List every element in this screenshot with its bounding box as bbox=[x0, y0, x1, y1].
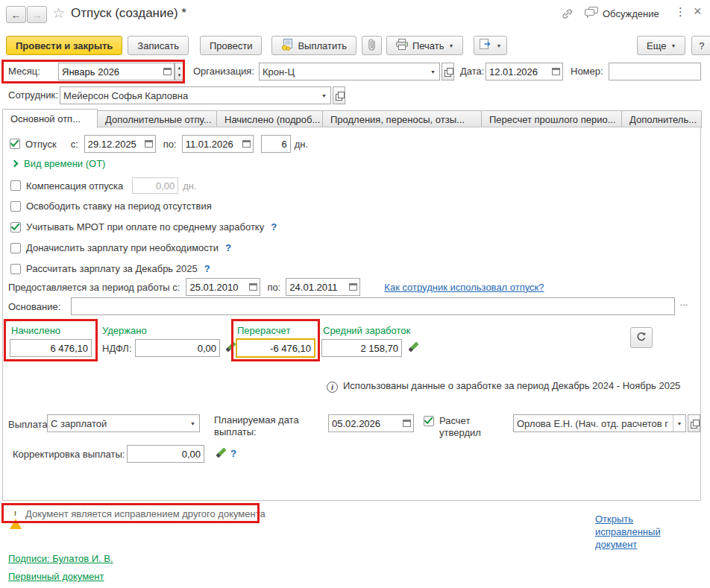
spinner-down-icon[interactable]: ▼ bbox=[178, 73, 182, 78]
vacation-to-label: по: bbox=[163, 139, 177, 150]
vacation-to-calendar-icon[interactable] bbox=[240, 136, 253, 152]
vacation-from-input[interactable] bbox=[85, 136, 142, 152]
more-button[interactable]: Еще ▼ bbox=[637, 36, 685, 55]
vacation-to-field[interactable] bbox=[182, 135, 254, 153]
signatures-link[interactable]: Подписи: Булатов И. В. bbox=[8, 553, 113, 564]
organization-field[interactable]: Крон-Ц ▼ bbox=[259, 63, 440, 80]
planned-date-calendar-icon[interactable] bbox=[400, 415, 413, 431]
work-period-from-field[interactable] bbox=[186, 278, 260, 296]
month-field[interactable] bbox=[58, 63, 175, 80]
basis-more-button[interactable]: ... bbox=[677, 297, 691, 312]
number-input[interactable] bbox=[609, 63, 700, 80]
work-period-to-calendar-icon[interactable] bbox=[347, 279, 359, 295]
accrued-input[interactable] bbox=[10, 340, 91, 356]
tab-recalc-past-period[interactable]: Пересчет прошлого перио... bbox=[481, 110, 622, 128]
basis-input[interactable] bbox=[72, 298, 674, 314]
time-kind-expander[interactable]: Вид времени (ОТ) bbox=[12, 158, 105, 169]
tab-additional[interactable]: Дополнитель... bbox=[621, 110, 702, 128]
accrued-field[interactable] bbox=[10, 339, 92, 357]
help-button[interactable]: ? bbox=[691, 36, 710, 55]
work-period-to-field[interactable] bbox=[286, 278, 360, 296]
employee-open-icon[interactable] bbox=[333, 86, 345, 104]
extra-salary-help-icon[interactable]: ? bbox=[225, 242, 231, 253]
vacation-from-calendar-icon[interactable] bbox=[142, 136, 155, 152]
month-spinner[interactable]: ▲ ▼ bbox=[175, 63, 184, 80]
approver-dropdown-icon[interactable]: ▼ bbox=[673, 415, 685, 431]
vacation-checkbox[interactable] bbox=[10, 139, 20, 149]
recalculate-button[interactable] bbox=[630, 327, 653, 348]
employee-dropdown-icon[interactable]: ▼ bbox=[318, 87, 330, 104]
tab-accrued-detail[interactable]: Начислено (подроб... bbox=[216, 110, 323, 128]
send-document-icon bbox=[480, 39, 491, 52]
basis-label: Основание: bbox=[8, 301, 60, 312]
month-calendar-icon[interactable] bbox=[161, 63, 174, 80]
mrot-help-icon[interactable]: ? bbox=[271, 221, 277, 233]
tab-additional-vacations[interactable]: Дополнительные отпу... bbox=[97, 110, 217, 128]
primary-document-link[interactable]: Первичный документ bbox=[8, 571, 104, 582]
basis-field[interactable] bbox=[71, 297, 675, 315]
mrot-label: Учитывать МРОТ при оплате по среднему за… bbox=[26, 221, 264, 233]
spinner-up-icon[interactable]: ▲ bbox=[178, 66, 182, 70]
payment-method-field[interactable]: С зарплатой ▼ bbox=[47, 414, 200, 432]
tab-extensions-transfers[interactable]: Продления, переносы, отзы... bbox=[322, 110, 482, 128]
post-label: Провести bbox=[210, 40, 253, 51]
payment-method-value: С зарплатой bbox=[48, 418, 186, 429]
back-arrow-icon: ← bbox=[11, 9, 22, 21]
month-input[interactable] bbox=[59, 63, 161, 80]
adjustment-help-icon[interactable]: ? bbox=[230, 448, 236, 459]
planned-date-field[interactable] bbox=[328, 414, 414, 432]
forward-button[interactable]: → bbox=[27, 6, 47, 23]
organization-dropdown-icon[interactable]: ▼ bbox=[427, 63, 439, 80]
employee-field[interactable]: Мейерсон Софья Карловна ▼ bbox=[60, 86, 331, 104]
work-period-from-input[interactable] bbox=[186, 279, 247, 295]
vacation-days-input[interactable] bbox=[262, 136, 290, 152]
ndfl-input[interactable] bbox=[136, 340, 219, 356]
average-earnings-input[interactable] bbox=[322, 340, 401, 356]
tab-main-vacation[interactable]: Основной отп... bbox=[2, 109, 98, 128]
post-and-close-button[interactable]: Провести и закрыть bbox=[6, 36, 122, 55]
write-button[interactable]: Записать bbox=[128, 36, 189, 55]
calc-salary-checkbox[interactable] bbox=[10, 264, 21, 274]
vacation-from-field[interactable] bbox=[84, 135, 156, 153]
vacation-usage-link[interactable]: Как сотрудник использовал отпуск? bbox=[384, 282, 544, 293]
send-button[interactable]: ▼ bbox=[474, 36, 507, 55]
average-earnings-field[interactable] bbox=[321, 339, 402, 357]
vacation-days-field[interactable] bbox=[261, 135, 291, 153]
planned-date-input[interactable] bbox=[329, 415, 400, 431]
discussion-button[interactable]: Обсуждение bbox=[585, 7, 659, 21]
recalculation-input[interactable] bbox=[237, 340, 314, 356]
date-field[interactable] bbox=[486, 63, 563, 80]
date-calendar-icon[interactable] bbox=[550, 63, 562, 80]
mrot-checkbox[interactable] bbox=[10, 222, 21, 233]
recalculation-field[interactable] bbox=[236, 338, 315, 358]
ndfl-field[interactable] bbox=[135, 339, 220, 357]
window-menu-dots-icon[interactable]: ⋮ bbox=[675, 5, 686, 19]
approver-open-icon[interactable] bbox=[688, 414, 700, 432]
calc-salary-help-icon[interactable]: ? bbox=[204, 263, 210, 274]
approver-field[interactable]: Орлова Е.Н. (Нач. отд. расчетов г ▼ bbox=[513, 414, 686, 432]
favorite-star-icon[interactable]: ☆ bbox=[52, 4, 65, 22]
planned-date-label: Планируемая дата выплаты: bbox=[214, 414, 312, 438]
close-window-icon[interactable]: × bbox=[694, 4, 702, 19]
ndfl-label: НДФЛ: bbox=[102, 343, 132, 354]
back-button[interactable]: ← bbox=[6, 6, 26, 23]
post-button[interactable]: Провести bbox=[200, 36, 263, 55]
payment-method-dropdown-icon[interactable]: ▼ bbox=[186, 415, 199, 431]
organization-open-icon[interactable] bbox=[442, 63, 454, 80]
attachments-button[interactable] bbox=[362, 36, 382, 55]
print-button[interactable]: Печать ▼ bbox=[386, 36, 464, 55]
copy-link-icon[interactable] bbox=[561, 7, 574, 22]
adjustment-field[interactable] bbox=[127, 445, 204, 463]
work-period-to-input[interactable] bbox=[286, 279, 347, 295]
pay-button[interactable]: Выплатить bbox=[271, 36, 356, 55]
number-field[interactable] bbox=[609, 63, 701, 80]
date-input[interactable] bbox=[486, 63, 550, 80]
work-period-from-calendar-icon[interactable] bbox=[247, 279, 260, 295]
approved-checkbox[interactable] bbox=[424, 416, 434, 426]
adjustment-input[interactable] bbox=[128, 446, 204, 462]
vacation-to-input[interactable] bbox=[183, 136, 240, 152]
open-corrected-document-link[interactable]: Открыть исправленный документ bbox=[595, 513, 698, 551]
compensation-checkbox[interactable] bbox=[10, 180, 21, 191]
extra-salary-checkbox[interactable] bbox=[10, 243, 21, 253]
free-rate-checkbox[interactable] bbox=[10, 201, 21, 212]
